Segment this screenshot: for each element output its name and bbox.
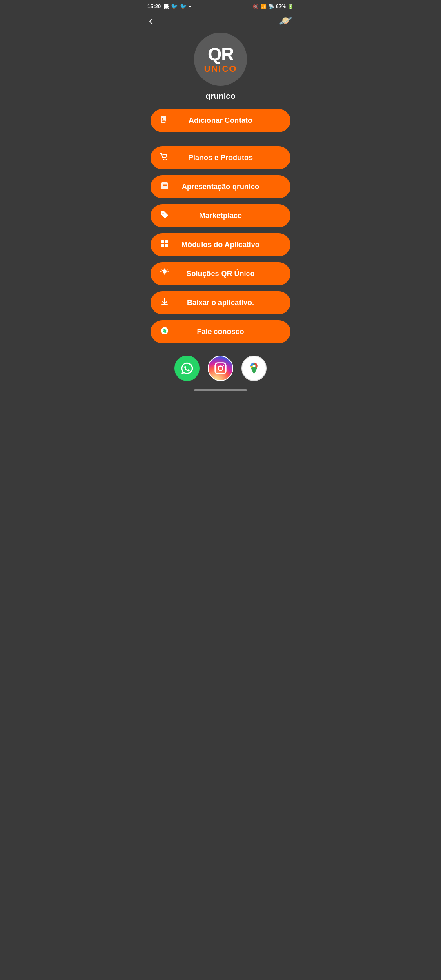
twitter-icon-1: 🐦 (171, 3, 178, 9)
instagram-social-icon (214, 362, 227, 375)
svg-rect-15 (165, 240, 168, 243)
svg-line-23 (167, 270, 168, 271)
svg-point-18 (163, 270, 167, 274)
add-contact-button[interactable]: Adicionar Contato (151, 109, 290, 132)
marketplace-label: Marketplace (159, 212, 282, 220)
presentation-label: Apresentação qrunico (159, 183, 282, 191)
solutions-button[interactable]: Soluções QR Único (151, 262, 290, 285)
svg-rect-20 (164, 274, 165, 275)
svg-rect-10 (163, 184, 167, 185)
download-icon (160, 297, 169, 309)
battery-display: 67% (276, 4, 286, 9)
marketplace-button[interactable]: Marketplace (151, 204, 290, 227)
social-row (141, 356, 300, 381)
gallery-icon: 🖼 (163, 3, 169, 9)
status-right: 🔇 📶 📡 67% 🔋 (253, 4, 294, 9)
twitter-icon-2: 🐦 (180, 3, 187, 9)
solutions-label: Soluções QR Único (159, 270, 282, 278)
cart-icon (160, 152, 169, 164)
logo-qr: QR (208, 45, 233, 64)
download-button[interactable]: Baixar o aplicativo. (151, 291, 290, 314)
dot-indicator: • (189, 3, 191, 9)
whatsapp-social-icon (180, 361, 194, 375)
svg-rect-14 (161, 240, 164, 243)
instagram-social-button[interactable] (208, 356, 233, 381)
planet-icon[interactable]: 🪐 (279, 14, 292, 27)
download-label: Baixar o aplicativo. (159, 298, 282, 307)
modules-icon (160, 239, 169, 251)
time-display: 15:20 (147, 3, 161, 9)
modules-button[interactable]: Módulos do Aplicativo (151, 233, 290, 256)
svg-rect-11 (163, 185, 167, 186)
svg-point-31 (252, 365, 255, 368)
svg-rect-26 (161, 304, 168, 305)
svg-rect-16 (161, 244, 164, 247)
svg-rect-19 (164, 274, 166, 274)
plans-products-button[interactable]: Planos e Produtos (151, 146, 290, 169)
battery-icon: 🔋 (287, 4, 294, 9)
logo-circle: QR UNICO (194, 33, 247, 86)
svg-rect-6 (167, 121, 167, 122)
back-button[interactable]: ‹ (149, 15, 153, 27)
mute-icon: 🔇 (253, 4, 259, 9)
contact-us-button[interactable]: Fale conosco (151, 320, 290, 343)
contact-us-label: Fale conosco (159, 327, 282, 336)
header-nav: ‹ 🪐 (141, 11, 300, 29)
svg-point-29 (218, 366, 223, 371)
svg-rect-1 (162, 118, 163, 120)
logo-container: QR UNICO qrunico (141, 33, 300, 109)
svg-rect-3 (162, 121, 165, 122)
svg-rect-2 (162, 120, 165, 121)
svg-rect-28 (215, 363, 226, 374)
svg-point-8 (166, 159, 167, 160)
status-bar: 15:20 🖼 🐦 🐦 • 🔇 📶 📡 67% 🔋 (141, 0, 300, 11)
tag-icon (160, 210, 169, 222)
buttons-container: Adicionar Contato Planos e Produtos Apre… (141, 109, 300, 343)
wifi-icon: 📶 (261, 4, 267, 9)
signal-icon: 📡 (268, 4, 274, 9)
whatsapp-social-button[interactable] (174, 356, 200, 381)
home-indicator (194, 389, 247, 391)
svg-rect-17 (165, 244, 168, 247)
whatsapp-btn-icon (160, 326, 169, 338)
add-contact-label: Adicionar Contato (159, 116, 282, 125)
svg-rect-12 (163, 187, 165, 187)
svg-point-30 (223, 365, 224, 366)
status-left: 15:20 🖼 🐦 🐦 • (147, 3, 191, 9)
logo-unico: UNICO (204, 64, 237, 74)
maps-social-icon (247, 361, 261, 375)
svg-line-22 (162, 270, 163, 271)
modules-label: Módulos do Aplicativo (159, 241, 282, 249)
plans-products-label: Planos e Produtos (159, 154, 282, 162)
presentation-button[interactable]: Apresentação qrunico (151, 175, 290, 198)
contact-icon (160, 115, 169, 127)
bulb-icon (160, 268, 169, 280)
svg-point-13 (163, 212, 164, 214)
svg-point-7 (163, 159, 165, 160)
maps-social-button[interactable] (241, 356, 267, 381)
username-label: qrunico (205, 91, 235, 101)
doc-icon (160, 181, 169, 193)
